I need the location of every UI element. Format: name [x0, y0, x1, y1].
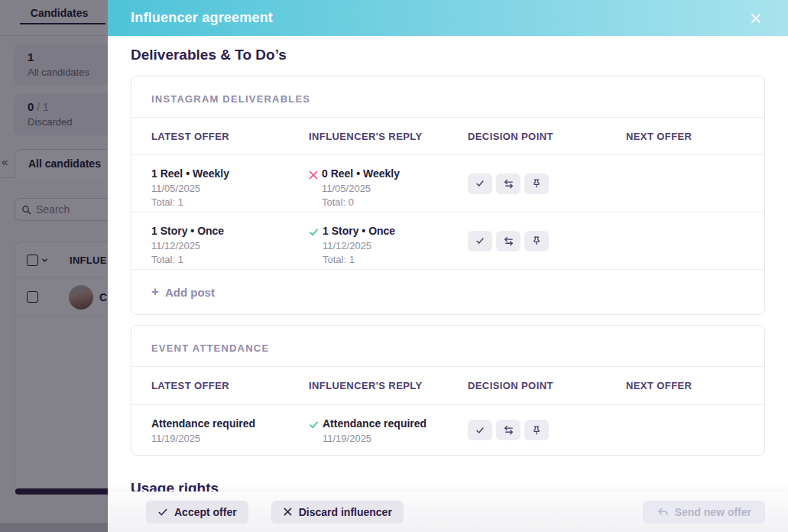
check-icon: [475, 178, 485, 189]
accept-offer-label: Accept offer: [174, 506, 237, 518]
pin-icon: [531, 425, 542, 436]
modal-footer: Accept offer Discard influencer Send new…: [108, 491, 788, 532]
deliverables-heading: Deliverables & To Do’s: [131, 47, 765, 63]
check-icon: [475, 235, 485, 246]
event-attendance-card: EVENT ATTENDANCE LATEST OFFER INFLUENCER…: [131, 325, 765, 456]
add-post-label: Add post: [165, 286, 215, 299]
card-label-row: INSTAGRAM DELIVERABLES: [131, 76, 764, 118]
counter-offer-button[interactable]: [496, 174, 520, 194]
send-new-offer-label: Send new offer: [675, 506, 751, 518]
reply-title: Attendance required: [323, 417, 426, 430]
reply-date: 11/05/2025: [322, 183, 400, 194]
decision-point-cell: [468, 155, 626, 212]
modal-header: Influencer agreement: [108, 0, 788, 36]
offer-title: Attendance required: [151, 417, 309, 430]
discard-influencer-button[interactable]: Discard influencer: [271, 501, 404, 524]
reply-title: 1 Story • Once: [323, 225, 395, 238]
reply-total: Total: 1: [323, 254, 395, 265]
pin-icon: [531, 178, 542, 189]
table-header-row: LATEST OFFER INFLUENCER'S REPLY DECISION…: [131, 118, 764, 155]
close-icon[interactable]: [747, 9, 765, 28]
reply-date: 11/12/2025: [323, 240, 395, 251]
decision-point-cell: [468, 212, 626, 269]
pin-button[interactable]: [524, 231, 549, 251]
add-post-button[interactable]: Add post: [131, 270, 764, 314]
check-icon: [475, 425, 485, 436]
card-label-row: EVENT ATTENDANCE: [131, 326, 764, 367]
column-decision-point: DECISION POINT: [468, 131, 626, 142]
reply-total: Total: 0: [322, 196, 400, 208]
swap-arrows-icon: [503, 424, 514, 436]
latest-offer-cell: 1 Reel • Weekly 11/05/2025 Total: 1: [151, 155, 309, 212]
column-next-offer: NEXT OFFER: [626, 131, 764, 142]
accepted-icon: [309, 417, 319, 455]
influencer-reply-cell: Attendance required 11/19/2025: [309, 405, 468, 455]
deliverable-row-reel: 1 Reel • Weekly 11/05/2025 Total: 1 0 Re…: [131, 155, 764, 212]
plus-icon: [151, 284, 159, 300]
decision-point-cell: [468, 405, 626, 455]
approve-button[interactable]: [468, 420, 492, 440]
offer-title: 1 Reel • Weekly: [151, 167, 309, 180]
latest-offer-cell: Attendance required 11/19/2025: [151, 405, 309, 455]
event-attendance-label: EVENT ATTENDANCE: [151, 342, 269, 354]
pin-button[interactable]: [524, 174, 549, 194]
column-next-offer: NEXT OFFER: [626, 380, 764, 391]
next-offer-cell: [626, 155, 764, 212]
instagram-deliverables-label: INSTAGRAM DELIVERABLES: [151, 93, 310, 105]
swap-arrows-icon: [503, 235, 514, 247]
attendance-row: Attendance required 11/19/2025 Attendanc…: [131, 405, 764, 455]
accept-offer-button[interactable]: Accept offer: [146, 501, 248, 524]
approve-button[interactable]: [468, 174, 492, 194]
send-new-offer-button[interactable]: Send new offer: [643, 501, 765, 524]
influencer-agreement-modal: Influencer agreement Deliverables & To D…: [108, 0, 788, 532]
approve-button[interactable]: [468, 231, 492, 251]
offer-date: 11/12/2025: [151, 240, 309, 251]
offer-total: Total: 1: [151, 254, 309, 265]
pin-button[interactable]: [524, 420, 549, 440]
modal-title: Influencer agreement: [131, 10, 273, 26]
check-icon: [157, 507, 168, 517]
column-decision-point: DECISION POINT: [468, 380, 626, 391]
reply-title: 0 Reel • Weekly: [322, 167, 400, 180]
counter-offer-button[interactable]: [496, 420, 520, 440]
offer-date: 11/19/2025: [151, 433, 309, 444]
usage-rights-heading: Usage rights: [131, 480, 765, 491]
swap-arrows-icon: [503, 178, 514, 190]
accepted-icon: [309, 225, 319, 269]
x-icon: [283, 507, 293, 517]
table-header-row: LATEST OFFER INFLUENCER'S REPLY DECISION…: [131, 367, 764, 405]
offer-date: 11/05/2025: [151, 183, 309, 194]
offer-title: 1 Story • Once: [151, 225, 309, 238]
deliverable-row-story: 1 Story • Once 11/12/2025 Total: 1 1 Sto…: [131, 212, 764, 270]
pin-icon: [531, 235, 542, 246]
column-influencers-reply: INFLUENCER'S REPLY: [309, 380, 468, 391]
column-latest-offer: LATEST OFFER: [151, 131, 309, 142]
reply-arrow-icon: [657, 507, 669, 517]
modal-body: Deliverables & To Do’s INSTAGRAM DELIVER…: [108, 36, 788, 491]
next-offer-cell: [626, 212, 764, 269]
reply-date: 11/19/2025: [323, 433, 426, 444]
offer-total: Total: 1: [151, 196, 309, 208]
column-influencers-reply: INFLUENCER'S REPLY: [309, 131, 468, 142]
rejected-icon: [309, 167, 318, 212]
counter-offer-button[interactable]: [496, 231, 520, 251]
discard-influencer-label: Discard influencer: [299, 506, 392, 518]
influencer-reply-cell: 1 Story • Once 11/12/2025 Total: 1: [309, 212, 468, 269]
influencer-reply-cell: 0 Reel • Weekly 11/05/2025 Total: 0: [309, 155, 468, 212]
next-offer-cell: [626, 405, 764, 455]
instagram-deliverables-card: INSTAGRAM DELIVERABLES LATEST OFFER INFL…: [131, 76, 765, 315]
latest-offer-cell: 1 Story • Once 11/12/2025 Total: 1: [151, 212, 309, 269]
column-latest-offer: LATEST OFFER: [151, 380, 309, 391]
